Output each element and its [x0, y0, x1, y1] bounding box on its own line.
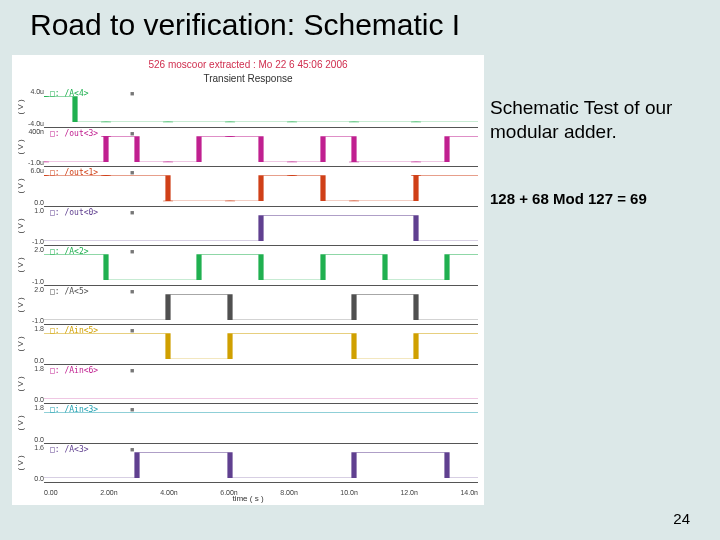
plot-strip: ( V )2.0-1.0□: /A<2>■ 0.002.00n4.00n6.00…	[44, 246, 478, 286]
y-ticks: 1.60.0	[26, 444, 44, 483]
svg-point-19	[349, 200, 359, 201]
y-axis-unit: ( V )	[14, 246, 26, 285]
plot-strip: ( V )400n-1.0u□: /out<3>■ 0.002.00n4.00n…	[44, 128, 478, 168]
y-axis-unit: ( V )	[14, 88, 26, 127]
page-title: Road to verification: Schematic I	[30, 8, 460, 42]
y-ticks: 1.0-1.0	[26, 207, 44, 246]
plot-panel: 526 moscoor extracted : Mo 22 6 45:06 20…	[12, 55, 484, 505]
y-axis-unit: ( V )	[14, 128, 26, 167]
svg-point-7	[44, 161, 49, 162]
test-description: Schematic Test of our modular adder.	[490, 96, 705, 144]
waveform	[44, 167, 478, 206]
y-ticks: 4.0u-4.0u	[26, 88, 44, 127]
y-ticks: 1.80.0	[26, 404, 44, 443]
plot-strip: ( V )1.80.0□: /Ain<5>■ 0.002.00n4.00n6.0…	[44, 325, 478, 365]
waveform	[44, 207, 478, 246]
waveform	[44, 444, 478, 483]
waveform	[44, 88, 478, 127]
svg-point-16	[163, 200, 173, 201]
waveform	[44, 404, 478, 443]
y-ticks: 6.0u0.0	[26, 167, 44, 206]
plot-strip: ( V )2.0-1.0□: /A<5>■ 0.002.00n4.00n6.00…	[44, 286, 478, 326]
waveform	[44, 246, 478, 285]
svg-point-9	[163, 161, 173, 162]
y-ticks: 2.0-1.0	[26, 246, 44, 285]
svg-point-17	[225, 200, 235, 201]
waveform	[44, 128, 478, 167]
svg-point-6	[411, 121, 421, 122]
svg-point-1	[101, 121, 111, 122]
plot-strip: ( V )1.80.0□: /Ain<3>■ 0.002.00n4.00n6.0…	[44, 404, 478, 444]
y-ticks: 2.0-1.0	[26, 286, 44, 325]
waveform	[44, 286, 478, 325]
y-ticks: 1.80.0	[26, 365, 44, 404]
plot-strip: ( V )6.0u0.0□: /out<1>■ 0.002.00n4.00n6.…	[44, 167, 478, 207]
y-axis-unit: ( V )	[14, 365, 26, 404]
waveform	[44, 365, 478, 404]
svg-point-4	[287, 121, 297, 122]
plot-strip: ( V )1.80.0□: /Ain<6>■ 0.002.00n4.00n6.0…	[44, 365, 478, 405]
equation-text: 128 + 68 Mod 127 = 69	[490, 190, 705, 207]
waveform	[44, 325, 478, 364]
svg-point-15	[101, 175, 111, 176]
svg-point-3	[225, 121, 235, 122]
svg-point-11	[287, 161, 297, 162]
y-ticks: 400n-1.0u	[26, 128, 44, 167]
y-axis-unit: ( V )	[14, 444, 26, 483]
svg-point-2	[163, 121, 173, 122]
y-axis-unit: ( V )	[14, 404, 26, 443]
svg-point-10	[225, 136, 235, 137]
plot-strip: ( V )1.60.0□: /A<3>■ 0.002.00n4.00n6.00n…	[44, 444, 478, 484]
y-axis-unit: ( V )	[14, 167, 26, 206]
page-number: 24	[673, 510, 690, 527]
plot-strip: ( V )1.0-1.0□: /out<0>■ 0.002.00n4.00n6.…	[44, 207, 478, 247]
svg-point-0	[44, 96, 49, 97]
svg-point-18	[287, 175, 297, 176]
y-axis-unit: ( V )	[14, 325, 26, 364]
svg-point-5	[349, 121, 359, 122]
plot-strip: ( V )4.0u-4.0u□: /A<4>■ 0.002.00n4.00n6.…	[44, 88, 478, 128]
svg-point-12	[349, 161, 359, 162]
y-axis-unit: ( V )	[14, 207, 26, 246]
plot-strips: ( V )4.0u-4.0u□: /A<4>■ 0.002.00n4.00n6.…	[44, 88, 478, 483]
y-ticks: 1.80.0	[26, 325, 44, 364]
svg-point-13	[411, 161, 421, 162]
x-axis-label: time ( s )	[12, 494, 484, 503]
svg-point-8	[101, 136, 111, 137]
y-axis-unit: ( V )	[14, 286, 26, 325]
plot-subheader: Transient Response	[12, 73, 484, 84]
svg-point-20	[411, 175, 421, 176]
right-column: Schematic Test of our modular adder. 128…	[490, 96, 705, 207]
svg-point-14	[44, 175, 49, 176]
plot-header: 526 moscoor extracted : Mo 22 6 45:06 20…	[12, 59, 484, 70]
